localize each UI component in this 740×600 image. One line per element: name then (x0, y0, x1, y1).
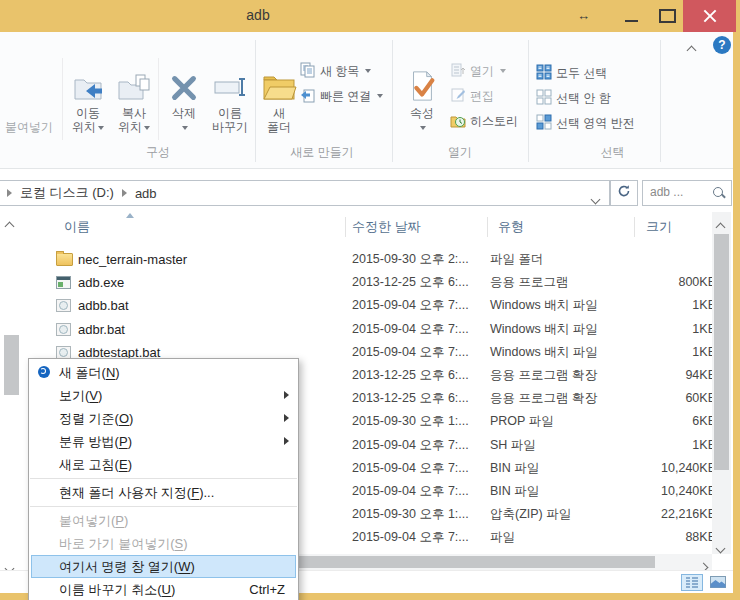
submenu-arrow-icon (284, 414, 289, 422)
details-view-icon (685, 574, 699, 592)
file-date: 2013-12-25 오후 6:... (352, 364, 469, 387)
context-menu-item[interactable]: 이름 바꾸기 취소(U) Ctrl+Z (29, 578, 298, 600)
nav-scroll-up-icon[interactable] (6, 216, 13, 234)
move-to-icon (66, 55, 110, 103)
paste-button[interactable]: 붙여넣기 (0, 55, 60, 134)
context-menu-item[interactable]: 새 폴더(N) (29, 361, 298, 384)
file-size: 1KB (560, 434, 712, 457)
history-button[interactable]: 히스토리 (450, 110, 518, 132)
column-header-date[interactable]: 수정한 날짜 (352, 218, 421, 236)
easy-access-button[interactable]: 빠른 연결 (300, 85, 383, 107)
table-row[interactable]: adbb.bat 2015-09-04 오후 7:... Windows 배치 … (0, 294, 712, 317)
file-date: 2015-09-30 오후 2:... (352, 248, 469, 271)
vertical-scrollbar-thumb[interactable] (714, 234, 729, 470)
file-type: PROP 파일 (490, 410, 554, 433)
refresh-icon (617, 184, 631, 202)
file-type: BIN 파일 (490, 480, 539, 503)
context-menu-item[interactable]: 바로 가기 붙여넣기(S) (29, 532, 298, 555)
column-divider[interactable] (487, 217, 488, 237)
dropdown-arrow-icon (98, 126, 104, 130)
collapse-ribbon-button[interactable] (684, 40, 700, 54)
file-date: 2015-09-04 오후 7:... (352, 294, 469, 317)
column-divider[interactable] (634, 217, 635, 237)
address-dropdown-button[interactable] (592, 189, 599, 207)
menu-item-label: 붙여넣기(P) (59, 513, 128, 528)
context-menu-item[interactable]: 보기(V) (29, 384, 298, 407)
column-header-name[interactable]: 이름 (64, 218, 90, 236)
menu-separator (30, 478, 297, 479)
nav-scrollbar-thumb[interactable] (4, 335, 19, 395)
file-name: adb.exe (78, 271, 124, 294)
icon-bat (56, 323, 71, 336)
separator (158, 58, 159, 140)
file-size: 1KB (560, 341, 712, 364)
select-all-button[interactable]: 모두 선택 (536, 62, 607, 84)
properties-button[interactable]: 속성 (400, 55, 444, 134)
file-size: 94KB (560, 364, 712, 387)
rename-button[interactable]: 이름바꾸기 (207, 55, 253, 134)
context-menu-item[interactable]: 새로 고침(E) (29, 453, 298, 476)
submenu-arrow-icon (284, 437, 289, 445)
group-divider (392, 40, 393, 162)
select-none-icon (536, 89, 552, 108)
file-size: 1KB (560, 294, 712, 317)
refresh-button[interactable] (610, 180, 638, 206)
context-menu-item[interactable]: 여기서 명령 창 열기(W) (31, 555, 296, 578)
file-size: 1KB (560, 318, 712, 341)
menu-item-label: 새로 고침(E) (59, 457, 132, 472)
separator (62, 58, 63, 140)
table-row[interactable]: adbr.bat 2015-09-04 오후 7:... Windows 배치 … (0, 318, 712, 341)
context-menu: 새 폴더(N) 보기(V) 정렬 기준(O) 분류 방법(P) 새로 고침(E) (28, 358, 299, 600)
edit-button[interactable]: 편집 (450, 85, 494, 107)
table-row[interactable]: nec_terrain-master 2015-09-30 오후 2:... 파… (0, 248, 712, 271)
context-menu-item[interactable]: 정렬 기준(O) (29, 407, 298, 430)
copy-to-icon (112, 55, 156, 103)
delete-x-icon (163, 55, 205, 103)
properties-icon (400, 55, 444, 103)
menu-item-label: 현재 폴더 사용자 지정(F)... (59, 485, 214, 500)
file-size: 10,240KB (560, 480, 712, 503)
details-view-button[interactable] (681, 574, 703, 591)
thumbnail-view-button[interactable] (707, 574, 729, 591)
search-box[interactable] (642, 180, 732, 206)
close-button[interactable] (683, 0, 736, 32)
file-size: 22,216KB (560, 503, 712, 526)
search-icon (713, 187, 723, 197)
maximize-button[interactable] (651, 0, 683, 32)
delete-button[interactable]: 삭제 (163, 55, 205, 134)
context-menu-item[interactable]: 현재 폴더 사용자 지정(F)... (29, 481, 298, 504)
icon-bat (56, 299, 71, 312)
select-none-button[interactable]: 선택 안 함 (536, 87, 611, 109)
copy-to-button[interactable]: 복사위치 (112, 55, 156, 134)
open-button[interactable]: 열기 (450, 60, 506, 82)
search-input[interactable] (648, 184, 714, 200)
icon-bat (56, 346, 71, 359)
context-menu-item[interactable]: 붙여넣기(P) (29, 509, 298, 532)
scroll-down-icon[interactable] (717, 538, 724, 556)
history-icon (450, 112, 466, 131)
group-label-organize: 구성 (98, 144, 218, 161)
minimize-button[interactable] (613, 0, 651, 32)
file-type: BIN 파일 (490, 457, 539, 480)
file-date: 2015-09-04 오후 7:... (352, 341, 469, 364)
file-type: 응용 프로그램 (490, 271, 568, 294)
address-bar[interactable]: 로컬 디스크 (D:) adb (0, 180, 610, 206)
new-folder-icon (258, 55, 300, 103)
breadcrumb-arrow-icon (7, 189, 12, 197)
help-icon[interactable]: ? (713, 36, 731, 54)
column-header-size[interactable]: 크기 (646, 218, 672, 236)
column-header-type[interactable]: 유형 (498, 218, 524, 236)
new-item-button[interactable]: 새 항목 (300, 60, 371, 82)
file-type: 파일 (490, 526, 515, 549)
scroll-up-icon[interactable] (717, 217, 724, 235)
move-to-button[interactable]: 이동위치 (66, 55, 110, 134)
column-divider[interactable] (345, 217, 346, 237)
context-menu-item[interactable]: 분류 방법(P) (29, 430, 298, 453)
table-row[interactable]: adb.exe 2013-12-25 오후 6:... 응용 프로그램 800K… (0, 271, 712, 294)
new-folder-button[interactable]: 새폴더 (258, 55, 300, 134)
invert-selection-button[interactable]: 선택 영역 반전 (536, 112, 635, 134)
breadcrumb-drive[interactable]: 로컬 디스크 (D:) (20, 184, 114, 202)
group-label-select: 선택 (535, 144, 690, 161)
breadcrumb-folder[interactable]: adb (135, 186, 157, 201)
icon-exe (56, 276, 71, 289)
